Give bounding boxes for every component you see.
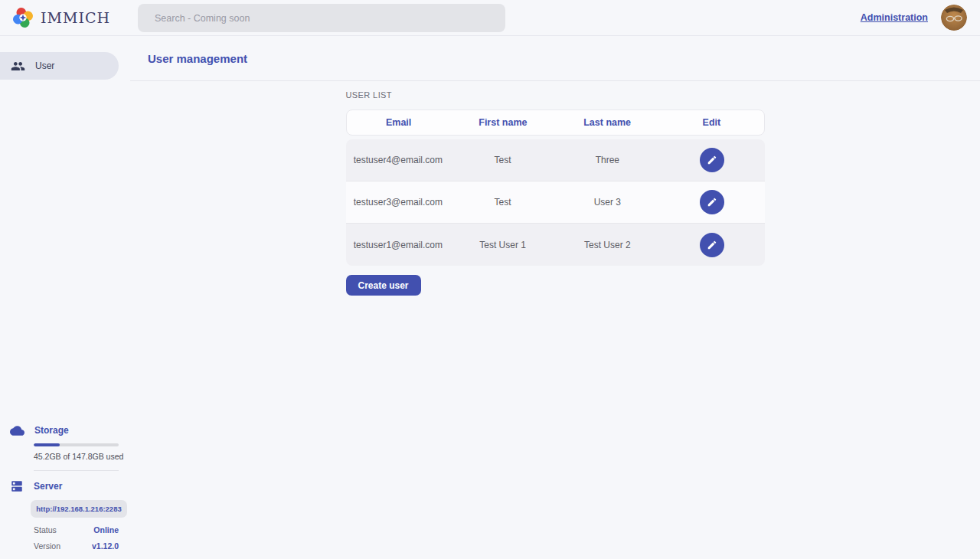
group-icon	[11, 59, 25, 74]
server-icon	[10, 479, 24, 493]
app-logo[interactable]: IMMICH	[0, 7, 110, 28]
cell-email: testuser4@email.com	[346, 155, 451, 165]
user-list-section: USER LIST EmailFirst nameLast nameEdit t…	[346, 90, 765, 296]
column-header: Email	[347, 117, 451, 128]
app-title: IMMICH	[41, 9, 110, 26]
sidebar-item-label: User	[35, 60, 54, 71]
page-title-bar: User management	[130, 36, 980, 81]
cell-email: testuser3@email.com	[346, 197, 451, 208]
cell-edit	[660, 190, 765, 214]
storage-progress-bar	[34, 443, 119, 446]
user-avatar[interactable]	[941, 5, 967, 31]
cell-first-name: Test	[450, 197, 555, 208]
column-header: Last name	[555, 117, 659, 128]
cell-last-name: Test User 2	[555, 240, 660, 250]
version-value: v1.12.0	[92, 541, 119, 551]
table-header-row: EmailFirst nameLast nameEdit	[346, 110, 765, 136]
pencil-icon	[707, 155, 717, 165]
edit-user-button[interactable]	[700, 190, 724, 214]
search-input[interactable]	[138, 4, 505, 32]
cloud-icon	[10, 423, 24, 438]
server-url-badge: http://192.168.1.216:2283	[31, 500, 127, 518]
administration-link[interactable]: Administration	[861, 12, 928, 23]
table-body: testuser4@email.com Test Three testuser3…	[346, 139, 765, 266]
table-row: testuser1@email.com Test User 1 Test Use…	[346, 224, 765, 266]
sidebar-divider	[34, 470, 119, 471]
server-section-header: Server	[10, 479, 130, 493]
table-row: testuser4@email.com Test Three	[346, 139, 765, 181]
version-label: Version	[34, 541, 60, 551]
storage-progress-fill	[34, 443, 60, 446]
pencil-icon	[707, 240, 717, 250]
cell-email: testuser1@email.com	[346, 240, 451, 250]
edit-user-button[interactable]	[700, 233, 724, 257]
cell-edit	[660, 233, 765, 257]
immich-flower-logo-icon	[12, 7, 34, 28]
main-content: User management USER LIST EmailFirst nam…	[130, 36, 980, 559]
server-title: Server	[34, 481, 62, 492]
edit-user-button[interactable]	[700, 148, 724, 172]
sidebar: User Storage 45.2GB of 147.8GB used Serv…	[0, 36, 130, 559]
top-navbar: IMMICH Administration	[0, 0, 980, 36]
storage-usage-text: 45.2GB of 147.8GB used	[34, 452, 130, 461]
cell-first-name: Test User 1	[450, 240, 555, 250]
cell-first-name: Test	[450, 155, 555, 165]
table-row: testuser3@email.com Test User 3	[346, 181, 765, 224]
storage-title: Storage	[34, 425, 69, 436]
status-label: Status	[34, 525, 57, 534]
cell-last-name: Three	[555, 155, 660, 165]
sidebar-bottom-panel: Storage 45.2GB of 147.8GB used Server ht…	[0, 423, 130, 550]
server-version-row: Version v1.12.0	[34, 541, 119, 550]
search-bar	[138, 4, 505, 32]
page-title: User management	[148, 52, 247, 65]
status-value: Online	[93, 525, 119, 534]
navbar-right-group: Administration	[861, 5, 980, 31]
cell-edit	[660, 148, 765, 172]
sidebar-item-user[interactable]: User	[0, 52, 119, 80]
column-header: First name	[451, 117, 555, 128]
storage-section-header: Storage	[10, 423, 130, 437]
create-user-button[interactable]: Create user	[346, 275, 421, 296]
cell-last-name: User 3	[555, 197, 660, 208]
server-status-row: Status Online	[34, 525, 119, 534]
pencil-icon	[707, 197, 717, 208]
section-label: USER LIST	[346, 90, 765, 100]
column-header: Edit	[659, 117, 763, 128]
